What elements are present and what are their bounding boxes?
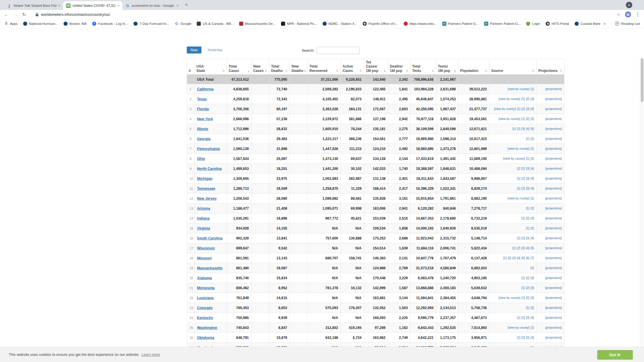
source-link[interactable]: [1] xyxy=(521,276,525,280)
projections-link[interactable]: [projections] xyxy=(545,197,562,200)
bookmark-item[interactable]: Coastal Marine Fo... xyxy=(575,22,601,26)
state-link[interactable]: Georgia xyxy=(197,137,210,141)
source-link[interactable]: [2] xyxy=(530,137,534,140)
source-link[interactable]: [4] xyxy=(517,256,520,260)
column-header-source[interactable]: Source⇅ xyxy=(489,59,537,75)
state-link[interactable]: Kentucky xyxy=(197,316,213,320)
source-link[interactable]: [view by county] xyxy=(499,117,520,120)
projections-link[interactable]: [projections] xyxy=(545,316,562,319)
back-icon[interactable]: ← xyxy=(4,12,8,17)
state-link[interactable]: Massachusetts xyxy=(197,266,222,270)
source-link[interactable]: [2] xyxy=(526,286,530,289)
projections-link[interactable]: [projections] xyxy=(545,286,562,289)
projections-link[interactable]: [projections] xyxy=(545,256,562,260)
tab-close-icon[interactable]: × xyxy=(118,4,119,7)
projections-link[interactable]: [projections] xyxy=(545,107,562,111)
search-input[interactable] xyxy=(316,47,360,54)
source-link[interactable]: [1] xyxy=(512,246,516,250)
column-header-tests_per_1m[interactable]: Tests/1M pop⇅ xyxy=(436,59,458,75)
column-header-total_tests[interactable]: TotalTests⇅ xyxy=(410,59,436,75)
state-link[interactable]: Michigan xyxy=(197,177,213,181)
state-link[interactable]: Minnesota xyxy=(197,286,215,290)
source-link[interactable]: [2] xyxy=(508,256,511,260)
projections-link[interactable]: [projections] xyxy=(545,266,562,270)
state-link[interactable]: Florida xyxy=(197,107,209,111)
source-link[interactable]: [3] xyxy=(521,246,525,250)
source-link[interactable]: [1] xyxy=(526,306,530,309)
state-link[interactable]: New York xyxy=(197,117,213,121)
bookmark-item[interactable]: fFacebook - Log In... xyxy=(92,22,128,26)
bookmark-item[interactable]: ⠿Apps xyxy=(4,22,18,26)
source-link[interactable]: [2] xyxy=(530,207,534,210)
state-link[interactable]: Louisiana xyxy=(197,296,214,300)
source-link[interactable]: [1] xyxy=(517,107,520,111)
source-link[interactable]: [3] xyxy=(530,286,534,289)
state-link[interactable]: Colorado xyxy=(197,306,213,310)
forward-icon[interactable]: → xyxy=(13,12,18,17)
column-header-total_deaths[interactable]: TotalDeaths⇅ xyxy=(269,59,290,75)
source-link[interactable]: [1] xyxy=(530,197,534,200)
source-link[interactable]: [2] xyxy=(526,276,530,280)
column-header-total_cases[interactable]: TotalCases↓ xyxy=(227,59,251,75)
bookmark-item[interactable]: National Hurrican... xyxy=(23,22,58,26)
bookmark-item[interactable]: NDBC - Station 4... xyxy=(323,22,357,26)
bookmark-item[interactable]: ⊕HITS Portal xyxy=(546,22,569,26)
column-header-new_cases[interactable]: NewCases⇅ xyxy=(251,59,269,75)
projections-link[interactable]: [projections] xyxy=(545,217,562,220)
source-link[interactable]: [6] xyxy=(526,256,530,260)
state-link[interactable]: Tennessee xyxy=(197,187,215,191)
column-header-total_recovered[interactable]: TotalRecovered⇅ xyxy=(308,59,341,75)
state-link[interactable]: Arizona xyxy=(197,206,210,211)
state-link[interactable]: Virginia xyxy=(197,226,210,230)
source-link[interactable]: [3] xyxy=(521,127,525,130)
state-link[interactable]: Missouri xyxy=(197,256,212,260)
source-link[interactable]: [3] xyxy=(526,336,530,339)
tab-close-icon[interactable]: × xyxy=(177,4,179,7)
source-link[interactable]: [1] xyxy=(521,286,525,289)
learn-more-link[interactable]: Learn more xyxy=(141,353,160,357)
state-link[interactable]: Illinois xyxy=(197,127,208,131)
reload-icon[interactable]: ↻ xyxy=(22,12,26,17)
yesterday-button[interactable]: Yesterday xyxy=(207,48,222,52)
state-link[interactable]: North Carolina xyxy=(197,167,222,171)
source-link[interactable]: [1] xyxy=(517,177,520,180)
source-link[interactable]: [4] xyxy=(530,237,534,240)
projections-link[interactable]: [projections] xyxy=(545,137,562,140)
bookmark-item[interactable]: Massachusetts De... xyxy=(239,22,275,26)
source-link[interactable]: [2] xyxy=(517,246,520,250)
bookmark-item[interactable]: ⊕Payinfo-Office of t... xyxy=(363,22,398,26)
bookmark-item[interactable]: ΠPartners Patient G... xyxy=(484,22,520,26)
source-link[interactable]: [1] xyxy=(526,227,530,230)
bookmark-item[interactable]: Login xyxy=(526,22,540,26)
source-link[interactable]: [3] xyxy=(530,117,534,120)
source-link[interactable]: [view by county] xyxy=(508,326,530,329)
source-link[interactable]: [2] xyxy=(526,97,530,101)
source-link[interactable]: [2] xyxy=(526,117,530,120)
bookmark-item[interactable]: Boston, MA xyxy=(64,22,87,26)
state-link[interactable]: Indiana xyxy=(197,216,210,220)
source-link[interactable]: [3] xyxy=(526,316,530,319)
browser-tab[interactable]: Gscreenshot on mac - Google S× xyxy=(122,1,181,10)
source-link[interactable]: [1] xyxy=(530,266,534,270)
tab-search-button[interactable]: ▾ xyxy=(626,2,632,8)
state-link[interactable]: Oklahoma xyxy=(197,336,214,340)
source-link[interactable]: [1] xyxy=(526,157,530,160)
source-link[interactable]: [2] xyxy=(521,336,525,339)
projections-link[interactable]: [projections] xyxy=(545,237,562,240)
source-link[interactable]: [view by county] xyxy=(494,107,516,111)
source-link[interactable]: [4] xyxy=(530,187,534,190)
source-link[interactable]: [view by county] xyxy=(508,197,530,200)
source-link[interactable]: [4] xyxy=(526,127,530,130)
state-link[interactable]: California xyxy=(197,87,213,91)
source-link[interactable]: [5] xyxy=(521,256,525,260)
state-link[interactable]: New Jersey xyxy=(197,196,217,201)
projections-link[interactable]: [projections] xyxy=(545,87,562,91)
bookmark-item[interactable]: US & Canada - BB... xyxy=(197,22,233,26)
source-link[interactable]: [2] xyxy=(526,296,530,299)
column-header-cases_per_1m[interactable]: Tot Cases/1M pop⇅ xyxy=(364,59,388,75)
source-link[interactable]: [2] xyxy=(521,177,525,180)
source-link[interactable]: [3] xyxy=(526,187,530,190)
source-link[interactable]: [5] xyxy=(530,127,534,130)
new-tab-icon[interactable]: + xyxy=(185,2,188,8)
bookmark-item[interactable]: 7-Day Forecast fo... xyxy=(133,22,169,26)
